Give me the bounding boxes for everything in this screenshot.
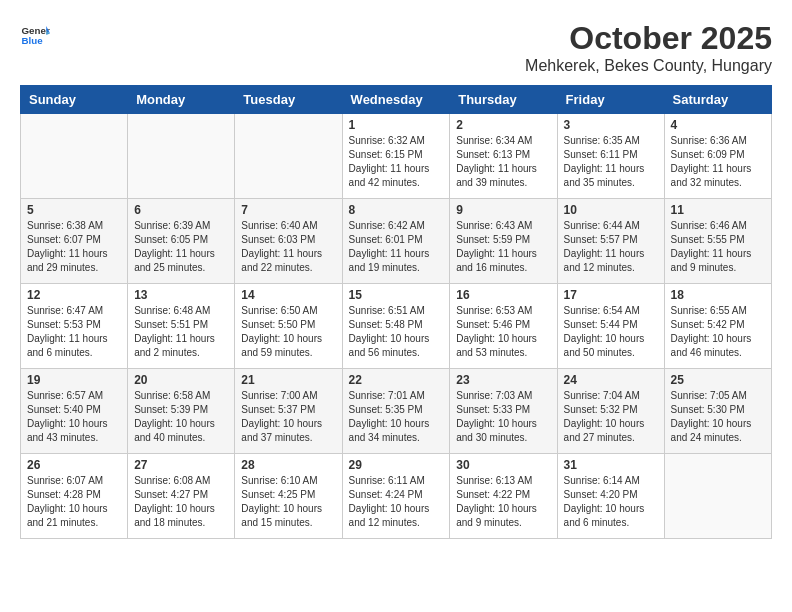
calendar-cell: 7Sunrise: 6:40 AM Sunset: 6:03 PM Daylig… [235, 199, 342, 284]
svg-text:General: General [22, 25, 51, 36]
day-number: 5 [27, 203, 121, 217]
day-info: Sunrise: 6:47 AM Sunset: 5:53 PM Dayligh… [27, 304, 121, 360]
weekday-header-thursday: Thursday [450, 86, 557, 114]
day-info: Sunrise: 6:07 AM Sunset: 4:28 PM Dayligh… [27, 474, 121, 530]
day-number: 1 [349, 118, 444, 132]
day-number: 20 [134, 373, 228, 387]
day-number: 25 [671, 373, 765, 387]
day-info: Sunrise: 6:46 AM Sunset: 5:55 PM Dayligh… [671, 219, 765, 275]
week-row-2: 5Sunrise: 6:38 AM Sunset: 6:07 PM Daylig… [21, 199, 772, 284]
day-number: 4 [671, 118, 765, 132]
calendar-cell: 14Sunrise: 6:50 AM Sunset: 5:50 PM Dayli… [235, 284, 342, 369]
weekday-header-row: SundayMondayTuesdayWednesdayThursdayFrid… [21, 86, 772, 114]
week-row-4: 19Sunrise: 6:57 AM Sunset: 5:40 PM Dayli… [21, 369, 772, 454]
day-info: Sunrise: 6:35 AM Sunset: 6:11 PM Dayligh… [564, 134, 658, 190]
weekday-header-wednesday: Wednesday [342, 86, 450, 114]
calendar-cell: 21Sunrise: 7:00 AM Sunset: 5:37 PM Dayli… [235, 369, 342, 454]
day-number: 11 [671, 203, 765, 217]
month-title: October 2025 [525, 20, 772, 57]
day-info: Sunrise: 6:08 AM Sunset: 4:27 PM Dayligh… [134, 474, 228, 530]
calendar-cell: 17Sunrise: 6:54 AM Sunset: 5:44 PM Dayli… [557, 284, 664, 369]
day-info: Sunrise: 6:32 AM Sunset: 6:15 PM Dayligh… [349, 134, 444, 190]
calendar-cell: 27Sunrise: 6:08 AM Sunset: 4:27 PM Dayli… [128, 454, 235, 539]
day-number: 18 [671, 288, 765, 302]
day-number: 26 [27, 458, 121, 472]
calendar-cell: 22Sunrise: 7:01 AM Sunset: 5:35 PM Dayli… [342, 369, 450, 454]
day-info: Sunrise: 6:57 AM Sunset: 5:40 PM Dayligh… [27, 389, 121, 445]
day-number: 16 [456, 288, 550, 302]
day-info: Sunrise: 7:00 AM Sunset: 5:37 PM Dayligh… [241, 389, 335, 445]
day-number: 21 [241, 373, 335, 387]
calendar-cell: 13Sunrise: 6:48 AM Sunset: 5:51 PM Dayli… [128, 284, 235, 369]
day-number: 12 [27, 288, 121, 302]
day-number: 13 [134, 288, 228, 302]
calendar-cell: 9Sunrise: 6:43 AM Sunset: 5:59 PM Daylig… [450, 199, 557, 284]
calendar-cell: 15Sunrise: 6:51 AM Sunset: 5:48 PM Dayli… [342, 284, 450, 369]
day-info: Sunrise: 6:51 AM Sunset: 5:48 PM Dayligh… [349, 304, 444, 360]
day-number: 22 [349, 373, 444, 387]
calendar-cell: 26Sunrise: 6:07 AM Sunset: 4:28 PM Dayli… [21, 454, 128, 539]
day-number: 23 [456, 373, 550, 387]
title-section: October 2025 Mehkerek, Bekes County, Hun… [525, 20, 772, 75]
location-title: Mehkerek, Bekes County, Hungary [525, 57, 772, 75]
day-info: Sunrise: 6:53 AM Sunset: 5:46 PM Dayligh… [456, 304, 550, 360]
day-number: 3 [564, 118, 658, 132]
week-row-1: 1Sunrise: 6:32 AM Sunset: 6:15 PM Daylig… [21, 114, 772, 199]
day-number: 8 [349, 203, 444, 217]
day-number: 2 [456, 118, 550, 132]
weekday-header-friday: Friday [557, 86, 664, 114]
week-row-5: 26Sunrise: 6:07 AM Sunset: 4:28 PM Dayli… [21, 454, 772, 539]
week-row-3: 12Sunrise: 6:47 AM Sunset: 5:53 PM Dayli… [21, 284, 772, 369]
calendar-cell: 8Sunrise: 6:42 AM Sunset: 6:01 PM Daylig… [342, 199, 450, 284]
day-info: Sunrise: 6:42 AM Sunset: 6:01 PM Dayligh… [349, 219, 444, 275]
calendar-cell: 11Sunrise: 6:46 AM Sunset: 5:55 PM Dayli… [664, 199, 771, 284]
day-info: Sunrise: 6:11 AM Sunset: 4:24 PM Dayligh… [349, 474, 444, 530]
calendar-cell: 3Sunrise: 6:35 AM Sunset: 6:11 PM Daylig… [557, 114, 664, 199]
calendar-cell [128, 114, 235, 199]
calendar-cell: 29Sunrise: 6:11 AM Sunset: 4:24 PM Dayli… [342, 454, 450, 539]
calendar-cell: 25Sunrise: 7:05 AM Sunset: 5:30 PM Dayli… [664, 369, 771, 454]
calendar-cell: 6Sunrise: 6:39 AM Sunset: 6:05 PM Daylig… [128, 199, 235, 284]
calendar-cell: 24Sunrise: 7:04 AM Sunset: 5:32 PM Dayli… [557, 369, 664, 454]
weekday-header-monday: Monday [128, 86, 235, 114]
day-info: Sunrise: 6:40 AM Sunset: 6:03 PM Dayligh… [241, 219, 335, 275]
day-info: Sunrise: 6:36 AM Sunset: 6:09 PM Dayligh… [671, 134, 765, 190]
day-number: 29 [349, 458, 444, 472]
day-number: 19 [27, 373, 121, 387]
day-info: Sunrise: 6:39 AM Sunset: 6:05 PM Dayligh… [134, 219, 228, 275]
day-number: 9 [456, 203, 550, 217]
calendar-cell: 1Sunrise: 6:32 AM Sunset: 6:15 PM Daylig… [342, 114, 450, 199]
calendar-cell: 18Sunrise: 6:55 AM Sunset: 5:42 PM Dayli… [664, 284, 771, 369]
day-info: Sunrise: 7:04 AM Sunset: 5:32 PM Dayligh… [564, 389, 658, 445]
day-number: 30 [456, 458, 550, 472]
page-header: General Blue October 2025 Mehkerek, Beke… [20, 20, 772, 75]
day-info: Sunrise: 7:05 AM Sunset: 5:30 PM Dayligh… [671, 389, 765, 445]
day-info: Sunrise: 7:01 AM Sunset: 5:35 PM Dayligh… [349, 389, 444, 445]
day-info: Sunrise: 6:44 AM Sunset: 5:57 PM Dayligh… [564, 219, 658, 275]
day-info: Sunrise: 6:43 AM Sunset: 5:59 PM Dayligh… [456, 219, 550, 275]
day-number: 15 [349, 288, 444, 302]
day-info: Sunrise: 6:58 AM Sunset: 5:39 PM Dayligh… [134, 389, 228, 445]
day-number: 10 [564, 203, 658, 217]
day-number: 28 [241, 458, 335, 472]
calendar-table: SundayMondayTuesdayWednesdayThursdayFrid… [20, 85, 772, 539]
calendar-cell [664, 454, 771, 539]
day-info: Sunrise: 6:14 AM Sunset: 4:20 PM Dayligh… [564, 474, 658, 530]
day-number: 7 [241, 203, 335, 217]
day-info: Sunrise: 6:50 AM Sunset: 5:50 PM Dayligh… [241, 304, 335, 360]
day-info: Sunrise: 6:10 AM Sunset: 4:25 PM Dayligh… [241, 474, 335, 530]
day-number: 27 [134, 458, 228, 472]
calendar-cell: 28Sunrise: 6:10 AM Sunset: 4:25 PM Dayli… [235, 454, 342, 539]
calendar-cell: 23Sunrise: 7:03 AM Sunset: 5:33 PM Dayli… [450, 369, 557, 454]
calendar-cell: 31Sunrise: 6:14 AM Sunset: 4:20 PM Dayli… [557, 454, 664, 539]
day-info: Sunrise: 7:03 AM Sunset: 5:33 PM Dayligh… [456, 389, 550, 445]
day-info: Sunrise: 6:13 AM Sunset: 4:22 PM Dayligh… [456, 474, 550, 530]
calendar-cell: 20Sunrise: 6:58 AM Sunset: 5:39 PM Dayli… [128, 369, 235, 454]
calendar-cell: 2Sunrise: 6:34 AM Sunset: 6:13 PM Daylig… [450, 114, 557, 199]
svg-text:Blue: Blue [22, 35, 44, 46]
day-info: Sunrise: 6:48 AM Sunset: 5:51 PM Dayligh… [134, 304, 228, 360]
day-number: 6 [134, 203, 228, 217]
weekday-header-tuesday: Tuesday [235, 86, 342, 114]
day-info: Sunrise: 6:54 AM Sunset: 5:44 PM Dayligh… [564, 304, 658, 360]
weekday-header-sunday: Sunday [21, 86, 128, 114]
